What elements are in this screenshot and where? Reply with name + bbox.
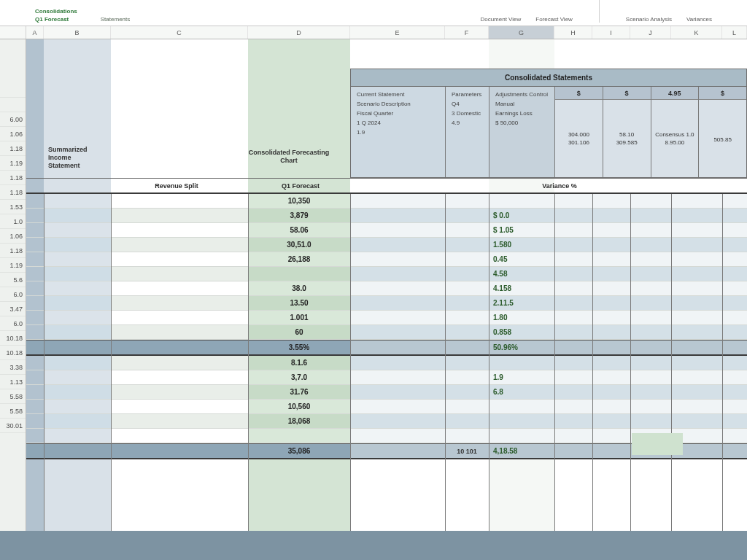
mini-col[interactable]: $ 58.10309.585 bbox=[603, 87, 651, 177]
row-header[interactable]: 1.53 bbox=[0, 200, 26, 214]
cell-variance[interactable]: $ 1.05 bbox=[489, 223, 554, 237]
row-header[interactable]: 5.6 bbox=[0, 273, 26, 287]
row-header[interactable]: 1.06 bbox=[0, 127, 26, 141]
ribbon-group-statements[interactable]: Statements bbox=[101, 16, 130, 23]
table-row[interactable]: 3,879$ 0.0 bbox=[26, 209, 747, 223]
table-row[interactable]: 10,350 bbox=[26, 194, 747, 209]
cell-variance[interactable]: 1.9 bbox=[489, 370, 554, 384]
row-header[interactable]: 3.38 bbox=[0, 360, 26, 375]
cell-variance[interactable] bbox=[489, 400, 554, 413]
table-row[interactable]: 58.06$ 1.05 bbox=[26, 223, 747, 238]
cell-forecast[interactable]: 31.76 bbox=[248, 385, 350, 399]
ribbon-group-file[interactable]: Consolidations Q1 Forecast bbox=[35, 8, 77, 23]
table-row[interactable]: 18,068 bbox=[26, 414, 747, 429]
col-header-k[interactable]: K bbox=[671, 26, 722, 39]
cell-forecast[interactable]: 18,068 bbox=[248, 414, 350, 428]
row-header[interactable]: 1.18 bbox=[0, 244, 26, 258]
table-row[interactable]: 8.1.6 bbox=[26, 356, 747, 370]
cell-variance[interactable] bbox=[489, 194, 554, 208]
table-row[interactable]: 4.58 bbox=[26, 267, 747, 281]
cell-variance[interactable]: 4.58 bbox=[489, 267, 554, 281]
cell-forecast[interactable]: 3.55% bbox=[248, 341, 350, 354]
cell-variance[interactable]: 50.96% bbox=[489, 341, 554, 354]
row-header[interactable]: 6.00 bbox=[0, 112, 26, 127]
row-header[interactable]: 1.06 bbox=[0, 229, 26, 244]
row-header[interactable]: 1.18 bbox=[0, 171, 26, 185]
table-row[interactable]: 30,51.01.580 bbox=[26, 238, 747, 252]
cell-variance[interactable] bbox=[489, 429, 554, 443]
cell-forecast[interactable]: 13.50 bbox=[248, 296, 350, 310]
cell-forecast[interactable]: 58.06 bbox=[248, 223, 350, 237]
col-header-i[interactable]: I bbox=[592, 26, 630, 39]
row-header[interactable]: 30.01 bbox=[0, 419, 26, 433]
mini-col[interactable]: $ 304.000301.106 bbox=[555, 87, 603, 177]
row-header[interactable]: 1.18 bbox=[0, 141, 26, 156]
cell-forecast[interactable]: 35,086 bbox=[248, 444, 350, 458]
cell-variance[interactable]: 1.80 bbox=[489, 311, 554, 324]
cell-forecast[interactable]: 26,188 bbox=[248, 252, 350, 266]
col-header-e[interactable]: E bbox=[350, 26, 445, 39]
cell-forecast[interactable] bbox=[248, 267, 350, 281]
col-header-f[interactable]: F bbox=[445, 26, 489, 39]
col-header-b[interactable]: B bbox=[44, 26, 111, 39]
cell-forecast[interactable]: 3,7.0 bbox=[248, 370, 350, 384]
cell-forecast[interactable]: 10,560 bbox=[248, 400, 350, 413]
cell-forecast[interactable]: 30,51.0 bbox=[248, 238, 350, 252]
row-header[interactable]: 1.19 bbox=[0, 258, 26, 273]
table-row[interactable]: 26,1880.45 bbox=[26, 252, 747, 267]
select-all-corner[interactable] bbox=[0, 26, 26, 39]
col-header-j[interactable]: J bbox=[630, 26, 671, 39]
cell-variance[interactable] bbox=[489, 356, 554, 370]
col-header-g[interactable]: G bbox=[489, 26, 554, 39]
col-header-l[interactable]: L bbox=[722, 26, 747, 39]
cell-variance[interactable]: 2.11.5 bbox=[489, 296, 554, 310]
cell-forecast[interactable]: 10,350 bbox=[248, 194, 350, 208]
cell-variance[interactable]: 4,18.58 bbox=[489, 444, 554, 458]
table-row[interactable]: 1.0011.80 bbox=[26, 311, 747, 325]
table-row[interactable]: 600.858 bbox=[26, 325, 747, 340]
table-row[interactable]: 31.766.8 bbox=[26, 385, 747, 400]
table-row[interactable]: 38.04.158 bbox=[26, 281, 747, 296]
ribbon-btn-scenario[interactable]: Scenario Analysis bbox=[626, 16, 672, 23]
row-header[interactable]: 1.19 bbox=[0, 156, 26, 171]
row-header[interactable]: 3.47 bbox=[0, 302, 26, 316]
cell-variance[interactable]: 0.858 bbox=[489, 325, 554, 339]
worksheet-area[interactable]: 6.00 1.06 1.18 1.19 1.18 1.18 1.53 1.0 1… bbox=[0, 39, 747, 531]
cell-aux[interactable]: 10 101 bbox=[445, 444, 489, 458]
cell-forecast[interactable]: 8.1.6 bbox=[248, 356, 350, 370]
col-header-h[interactable]: H bbox=[554, 26, 592, 39]
row-header[interactable]: 1.13 bbox=[0, 375, 26, 389]
cell-forecast[interactable]: 38.0 bbox=[248, 281, 350, 295]
cell-variance[interactable]: 4.158 bbox=[489, 281, 554, 295]
cell-forecast[interactable]: 60 bbox=[248, 325, 350, 339]
row-header[interactable] bbox=[0, 83, 26, 98]
table-row[interactable]: 3,7.01.9 bbox=[26, 370, 747, 385]
col-header-d[interactable]: D bbox=[248, 26, 350, 39]
row-header[interactable]: 6.0 bbox=[0, 316, 26, 331]
col-header-c[interactable]: C bbox=[111, 26, 248, 39]
cell-variance[interactable] bbox=[489, 414, 554, 428]
mini-col[interactable]: 4.95 Consensus 1.08.95.00 bbox=[651, 87, 700, 177]
row-header[interactable]: 5.58 bbox=[0, 404, 26, 419]
cell-variance[interactable]: 0.45 bbox=[489, 252, 554, 266]
table-row[interactable]: 3.55%50.96% bbox=[26, 340, 747, 356]
ribbon-btn-doc-view[interactable]: Document View bbox=[480, 16, 521, 23]
row-header[interactable]: 10.18 bbox=[0, 346, 26, 360]
row-header[interactable]: 10.18 bbox=[0, 331, 26, 346]
cell-forecast[interactable]: 3,879 bbox=[248, 209, 350, 222]
row-header[interactable]: 1.0 bbox=[0, 214, 26, 229]
ribbon-btn-forecast-view[interactable]: Forecast View bbox=[535, 16, 573, 23]
ribbon-btn-variances[interactable]: Variances bbox=[686, 16, 712, 23]
row-header[interactable]: 6.0 bbox=[0, 287, 26, 302]
cell-variance[interactable]: 6.8 bbox=[489, 385, 554, 399]
mini-col[interactable]: $ 505.85 bbox=[699, 87, 746, 177]
cell-variance[interactable]: $ 0.0 bbox=[489, 209, 554, 222]
row-header[interactable]: 5.58 bbox=[0, 389, 26, 404]
table-row[interactable]: 10,560 bbox=[26, 400, 747, 414]
row-header[interactable] bbox=[0, 98, 26, 112]
col-header-a[interactable]: A bbox=[26, 26, 44, 39]
cell-forecast[interactable]: 1.001 bbox=[248, 311, 350, 324]
row-header[interactable]: 1.18 bbox=[0, 185, 26, 200]
cell-forecast[interactable] bbox=[248, 429, 350, 443]
cell-variance[interactable]: 1.580 bbox=[489, 238, 554, 252]
